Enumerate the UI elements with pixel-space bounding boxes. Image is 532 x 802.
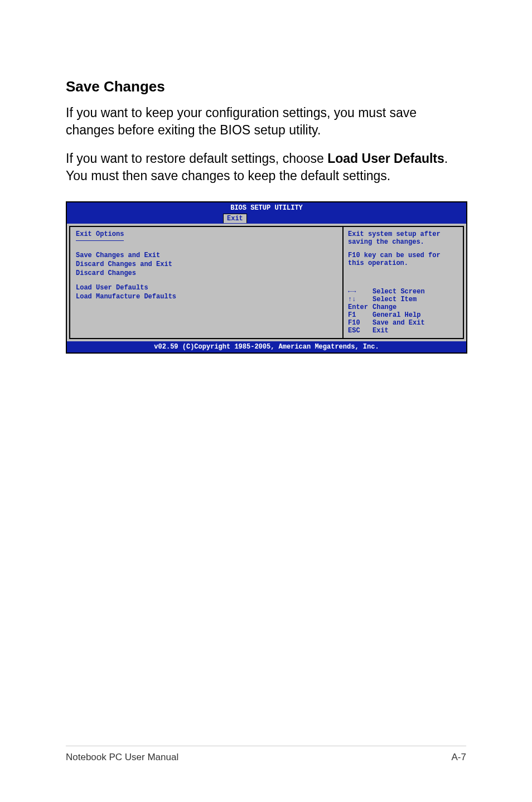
bios-option-save-exit[interactable]: Save Changes and Exit <box>76 251 337 260</box>
bios-left-panel: Exit Options Save Changes and Exit Disca… <box>69 226 342 339</box>
key-esc: ESC <box>348 327 370 335</box>
key-enter: Enter <box>348 303 370 311</box>
bios-title-bar: BIOS SETUP UTILITY <box>67 202 466 214</box>
key-f10: F10 <box>348 319 370 327</box>
body-paragraph-2: If you want to restore default settings,… <box>66 150 466 185</box>
bios-key-legend: ←→ Select Screen ↑↓ Select Item Enter Ch… <box>344 284 463 338</box>
paragraph2-bold: Load User Defaults <box>327 151 444 166</box>
key-esc-label: Exit <box>373 327 389 335</box>
section-heading: Save Changes <box>66 78 466 95</box>
key-enter-label: Change <box>373 303 396 311</box>
bios-option-discard-exit[interactable]: Discard Changes and Exit <box>76 260 337 269</box>
key-f1: F1 <box>348 311 370 319</box>
key-f10-label: Save and Exit <box>373 319 425 327</box>
key-arrows-h-label: Select Screen <box>373 288 425 296</box>
key-f1-label: General Help <box>373 311 420 319</box>
bios-screenshot: BIOS SETUP UTILITY Exit Exit Options Sav… <box>66 201 467 354</box>
bios-tab-row: Exit <box>67 214 466 224</box>
bios-footer-copyright: v02.59 (C)Copyright 1985-2005, American … <box>67 341 466 352</box>
paragraph2-part-a: If you want to restore default settings,… <box>66 151 327 166</box>
footer-right: A-7 <box>452 752 466 763</box>
footer-left: Notebook PC User Manual <box>66 752 178 763</box>
bios-option-load-manufacture-defaults[interactable]: Load Manufacture Defaults <box>76 292 337 301</box>
bios-option-load-user-defaults[interactable]: Load User Defaults <box>76 283 337 292</box>
bios-help-text-2: F10 key can be used for this operation. <box>348 252 458 267</box>
bios-option-discard[interactable]: Discard Changes <box>76 269 337 278</box>
body-paragraph-1: If you want to keep your configuration s… <box>66 104 466 139</box>
bios-right-panel: Exit system setup after saving the chang… <box>342 226 464 339</box>
bios-left-heading: Exit Options <box>76 230 124 241</box>
bios-active-tab[interactable]: Exit <box>223 214 247 223</box>
key-arrows-v-label: Select Item <box>373 296 417 303</box>
bios-help-text-1: Exit system setup after saving the chang… <box>348 230 458 246</box>
key-arrows-h-icon: ←→ <box>348 288 370 296</box>
key-arrows-v-icon: ↑↓ <box>348 296 370 303</box>
page-footer: Notebook PC User Manual A-7 <box>66 746 466 763</box>
